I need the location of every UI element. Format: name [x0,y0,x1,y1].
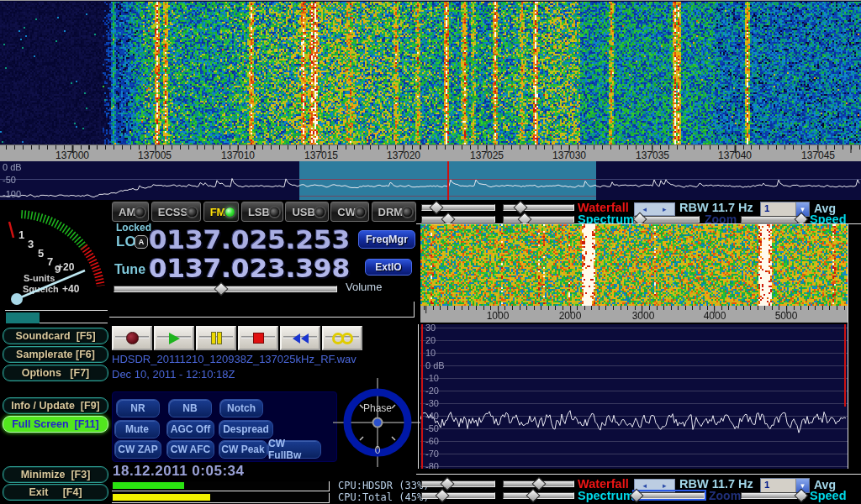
recording-timestamp: Dec 10, 2011 - 12:10:18Z [112,368,235,381]
record-button[interactable] [112,326,152,350]
db-label: -10 [425,373,439,383]
soundcard-button[interactable]: Soundcard [F5] [3,328,108,344]
zoom-frequency-scale[interactable]: 1000 2000 3000 4000 5000 [420,306,848,323]
mode-ecss-button[interactable]: ECSS [151,202,201,222]
svg-text:0: 0 [375,444,381,456]
db-label: 0 dB [425,360,445,370]
spectrum-offset-slider[interactable] [503,215,574,223]
info-update-button[interactable]: Info / Update [F9] [3,397,108,414]
db-label: -50 [3,175,16,185]
lo-auto-badge[interactable]: A [135,235,148,249]
zoom-waterfall-display[interactable] [420,224,848,306]
freq-tick-label: 5000 [775,310,798,322]
speed-slider-2[interactable] [741,491,806,499]
mode-usb-button[interactable]: USB [285,202,328,222]
mode-lsb-button[interactable]: LSB [241,202,283,222]
despread-button[interactable]: Despread [219,420,273,438]
speed-slider[interactable] [741,215,806,223]
mode-am-button[interactable]: AM [112,202,149,222]
waterfall-contrast-slider-2[interactable] [421,480,495,487]
mode-led [403,207,412,217]
freq-tick-label: 137035 [636,150,669,161]
minimize-button[interactable]: Minimize [F3] [3,466,108,483]
exit-button[interactable]: Exit [F4] [3,484,108,501]
db-label: 30 [425,324,436,333]
cpu-total-bar [112,493,330,503]
play-button[interactable] [154,326,194,350]
rewind-button[interactable] [280,326,320,350]
cw-peak-button[interactable]: CW Peak [219,440,267,459]
pause-icon [212,333,221,344]
squelch-level-bar[interactable] [6,312,40,323]
spectrum-offset-slider-2[interactable] [503,491,574,499]
pause-button[interactable] [196,326,236,350]
loop-button[interactable] [322,326,362,350]
notch-button[interactable]: Notch [219,399,263,417]
mode-led [270,207,279,217]
loop-icon [332,333,353,344]
spectrum-range-slider-2[interactable] [421,491,495,499]
samplerate-button[interactable]: Samplerate [F6] [3,346,108,363]
squelch-slider-line [5,310,108,311]
freq-tick-label: 137000 [55,150,89,161]
freqmgr-button[interactable]: FreqMgr [358,230,415,249]
tune-frequency-value[interactable]: 0137.023.398 [149,255,350,281]
scroll-right-icon[interactable]: ▸ [655,480,675,491]
scroll-right-icon[interactable]: ▸ [655,203,675,215]
mode-cw-button[interactable]: CW [330,202,369,222]
band-edge-marker-left [421,324,423,469]
volume-slider[interactable] [114,285,337,292]
cw-afc-button[interactable]: CW AFC [166,440,214,459]
waterfall-brightness-slider-2[interactable] [503,480,574,487]
db-label: 0 dB [3,162,22,172]
nr-button[interactable]: NR [116,399,160,417]
tune-marker-line [447,161,449,200]
mode-led [135,207,145,217]
fullscreen-button[interactable]: Full Screen [F11] [3,416,108,433]
main-waterfall-display[interactable] [0,0,861,145]
lo-frequency-value[interactable]: 0137.025.253 [149,227,350,252]
freq-tick-label: 2000 [559,310,582,322]
transport-bar [112,326,362,350]
db-label: -70 [425,449,439,459]
nb-button[interactable]: NB [168,399,212,417]
main-frequency-scale[interactable]: 137000 137005 137010 137015 137020 13702… [0,144,861,162]
mode-led [188,207,197,217]
zoom-waterfall-canvas [420,224,848,306]
zoom-slider-2[interactable] [634,491,705,499]
mute-button[interactable]: Mute [114,420,160,438]
mode-drm-button[interactable]: DRM [372,202,417,222]
db-label: 10 [425,348,436,358]
band-edge-marker-right [844,324,846,407]
main-spectrum-display[interactable]: 0 dB -50 -100 [0,161,861,200]
right-top-controls: Waterfall ◂ ▸ RBW 11.7 Hz 1 ▾ Avg Spectr… [416,201,861,226]
zoom-spectrum-display[interactable]: 30 20 10 0 dB -10 -20 -30 -40 -50 -60 -7… [420,324,848,469]
freq-tick-label: 3000 [632,310,655,322]
zoom-slider[interactable] [633,215,700,223]
extio-button[interactable]: ExtIO [365,259,412,276]
volume-slider-thumb[interactable] [214,282,228,297]
spectrum-range-slider[interactable] [421,215,495,223]
mode-led [356,207,365,217]
recording-filename: HDSDR_20111210_120938Z_137025kHz_RF.wav [112,353,357,365]
freq-tick-label: 137015 [304,150,338,161]
freq-tick-label: 137045 [801,150,835,161]
spectrum-label-2[interactable]: Spectrum [578,489,634,502]
cw-fullbw-button[interactable]: CW FullBw [267,440,321,459]
cw-zap-button[interactable]: CW ZAP [114,440,161,459]
speed-label-2: Speed [810,489,847,502]
freq-tick-label: 137030 [552,150,586,161]
db-label: -40 [425,411,439,421]
s-meter: 1 3 5 7 9 +20 +40 S-units Squelch [0,200,109,311]
agc-off-button[interactable]: AGC Off [166,420,214,438]
waterfall-contrast-slider[interactable] [421,203,495,211]
db-label: -30 [425,398,439,408]
stop-button[interactable] [238,326,278,350]
waterfall-scroll-widget-2[interactable]: ◂ ▸ [634,479,675,492]
waterfall-brightness-slider[interactable] [503,203,574,211]
dsp-panel: NR NB Notch Mute AGC Off Despread CW ZAP… [112,391,337,462]
freq-tick-label: 137040 [718,150,752,161]
options-button[interactable]: Options [F7] [3,365,108,381]
mode-fm-button[interactable]: FM [203,202,240,222]
mode-led [315,207,325,217]
